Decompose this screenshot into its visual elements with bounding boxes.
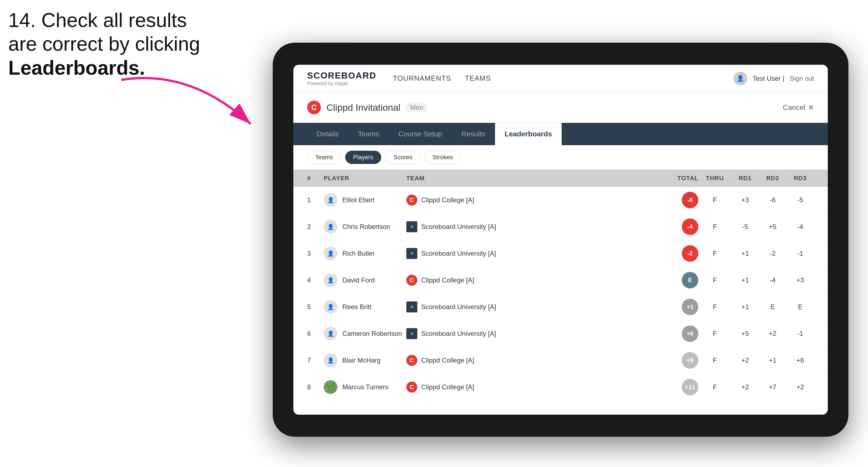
rank: 4 — [307, 276, 324, 284]
rd1: +2 — [732, 383, 759, 391]
team-logo: ≡ — [406, 302, 417, 312]
player-cell: 🌿 Marcus Turners — [324, 380, 406, 394]
filter-strokes[interactable]: Strokes — [425, 151, 461, 164]
col-total: TOTAL — [654, 175, 698, 182]
score-badge: E — [682, 272, 698, 288]
nav-links: TOURNAMENTS TEAMS — [393, 71, 734, 85]
rd3: +6 — [786, 356, 814, 364]
player-name: Rees Britt — [342, 303, 371, 311]
team-name: Clippd College [A] — [421, 356, 474, 364]
rd1: -5 — [732, 223, 759, 230]
player-cell: 👤 Elliot Ebert — [324, 193, 406, 207]
rd2: E — [759, 303, 786, 311]
table-row: 7 👤 Blair McHarg C Clippd College [A] +9… — [293, 347, 828, 374]
nav-right: 👤 Test User | Sign out — [734, 72, 814, 85]
player-cell: 👤 Blair McHarg — [324, 353, 406, 367]
team-name: Clippd College [A] — [421, 276, 474, 284]
score-badge: -2 — [682, 245, 698, 262]
score-badge: +6 — [682, 325, 698, 342]
player-cell: 👤 Rich Butler — [324, 247, 406, 260]
player-cell: 👤 Rees Britt — [324, 300, 406, 314]
table-row: 8 🌿 Marcus Turners C Clippd College [A] … — [293, 374, 828, 401]
table-row: 2 👤 Chris Robertson ≡ Scoreboard Univers… — [293, 214, 828, 240]
leaderboard-table: # PLAYER TEAM TOTAL THRU RD1 RD2 RD3 1 👤… — [293, 170, 828, 415]
user-name: Test User | — [753, 75, 784, 82]
logo-sub: Powered by clippd — [307, 81, 376, 87]
total-cell: -2 — [654, 245, 698, 262]
instruction-text: 14. Check all results are correct by cli… — [8, 8, 200, 80]
filter-scores[interactable]: Scores — [385, 151, 420, 164]
col-rd1: RD1 — [732, 175, 759, 182]
user-avatar: 👤 — [734, 72, 747, 85]
col-rank: # — [307, 175, 324, 182]
tab-leaderboards[interactable]: Leaderboards — [495, 123, 562, 145]
tournament-badge: Men — [406, 102, 428, 113]
team-cell: C Clippd College [A] — [406, 275, 654, 286]
team-cell: ≡ Scoreboard University [A] — [406, 221, 654, 232]
signout-link[interactable]: Sign out — [790, 75, 814, 82]
team-cell: ≡ Scoreboard University [A] — [406, 302, 654, 312]
tournament-name: Clippd Invitational — [327, 102, 400, 113]
tab-bar: Details Teams Course Setup Results Leade… — [293, 123, 828, 145]
nav-tournaments[interactable]: TOURNAMENTS — [393, 71, 451, 85]
rd3: -1 — [786, 250, 814, 257]
thru: F — [698, 250, 732, 257]
avatar: 🌿 — [324, 380, 337, 394]
player-name: Rich Butler — [342, 250, 375, 257]
team-cell: C Clippd College [A] — [406, 355, 654, 366]
rd1: +1 — [732, 250, 759, 257]
thru: F — [698, 383, 732, 391]
rd1: +1 — [732, 276, 759, 284]
filter-bar: Teams Players Scores Strokes — [293, 145, 828, 170]
table-header: # PLAYER TEAM TOTAL THRU RD1 RD2 RD3 — [293, 170, 828, 187]
tournament-logo: C — [307, 100, 321, 114]
logo-text: SCOREBOARD — [307, 70, 376, 81]
nav-teams[interactable]: TEAMS — [465, 71, 491, 85]
tab-course-setup[interactable]: Course Setup — [389, 123, 452, 145]
rd3: -5 — [786, 196, 814, 204]
thru: F — [698, 223, 732, 230]
player-name: Cameron Robertson — [342, 330, 402, 338]
team-logo: ≡ — [406, 248, 417, 259]
thru: F — [698, 196, 732, 204]
team-cell: ≡ Scoreboard University [A] — [406, 248, 654, 259]
rd3: +2 — [786, 383, 814, 391]
rd1: +1 — [732, 303, 759, 311]
rd2: +5 — [759, 223, 786, 230]
team-name: Scoreboard University [A] — [421, 223, 496, 230]
rd1: +2 — [732, 356, 759, 364]
avatar: 👤 — [324, 220, 337, 234]
team-logo: C — [406, 275, 417, 286]
col-player: PLAYER — [324, 175, 406, 182]
rank: 1 — [307, 196, 324, 204]
rd3: +3 — [786, 276, 814, 284]
score-badge: +9 — [682, 352, 698, 369]
thru: F — [698, 276, 732, 284]
score-badge: +1 — [682, 299, 698, 315]
sub-header: C Clippd Invitational Men Cancel ✕ — [293, 92, 828, 123]
team-cell: ≡ Scoreboard University [A] — [406, 328, 654, 339]
tab-results[interactable]: Results — [452, 123, 495, 145]
tab-teams[interactable]: Teams — [348, 123, 389, 145]
avatar: 👤 — [324, 300, 337, 314]
rd3: -1 — [786, 330, 814, 338]
rank: 3 — [307, 250, 324, 257]
team-name: Clippd College [A] — [421, 196, 474, 204]
score-badge: +11 — [682, 379, 698, 395]
team-name: Clippd College [A] — [421, 383, 474, 391]
rank: 8 — [307, 383, 324, 391]
rank: 6 — [307, 330, 324, 338]
avatar: 👤 — [324, 273, 337, 287]
filter-teams[interactable]: Teams — [307, 151, 341, 164]
filter-players[interactable]: Players — [345, 151, 381, 164]
avatar: 👤 — [324, 193, 337, 207]
player-name: Chris Robertson — [342, 223, 390, 230]
tablet-screen: SCOREBOARD Powered by clippd TOURNAMENTS… — [293, 65, 828, 415]
cancel-button[interactable]: Cancel ✕ — [783, 103, 814, 112]
team-logo: ≡ — [406, 221, 417, 232]
table-row: 4 👤 David Ford C Clippd College [A] E F … — [293, 267, 828, 294]
tab-details[interactable]: Details — [307, 123, 348, 145]
tournament-title: C Clippd Invitational Men — [307, 100, 428, 114]
score-badge: -8 — [682, 192, 698, 208]
team-logo: C — [406, 194, 417, 206]
